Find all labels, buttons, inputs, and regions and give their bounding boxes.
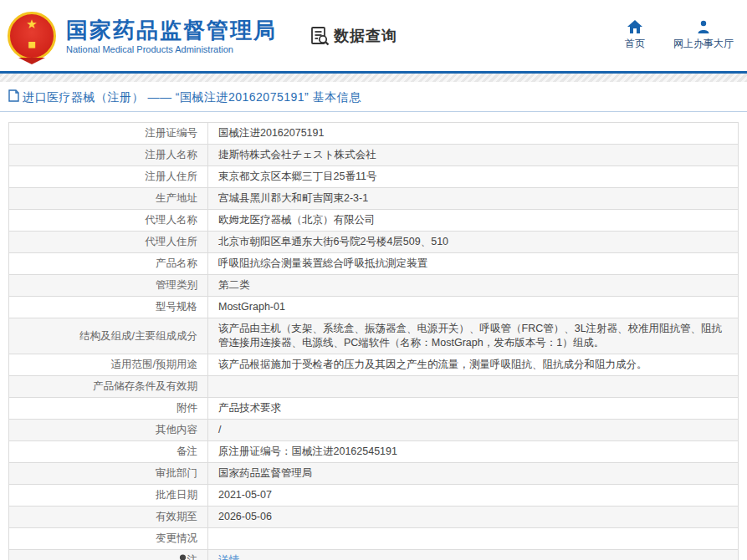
- row-label: 管理类别: [9, 275, 208, 297]
- data-query-section[interactable]: 数据查询: [309, 25, 397, 47]
- row-label: 备注: [9, 441, 208, 463]
- row-label: 审批部门: [9, 463, 208, 485]
- home-icon: [627, 20, 642, 33]
- site-title: 国家药品监督管理局 National Medical Products Admi…: [66, 18, 277, 54]
- row-label: 附件: [9, 398, 208, 420]
- row-value: 国械注进20162075191: [208, 123, 739, 145]
- row-label: 注: [9, 550, 208, 560]
- site-title-cn: 国家药品监督管理局: [66, 18, 277, 43]
- row-value: [208, 376, 739, 398]
- emblem-gate-icon: ▅: [20, 38, 43, 49]
- table-row: 结构及组成/主要组成成分该产品由主机（支架、系统盒、振荡器盒、电源开关）、呼吸管…: [9, 318, 739, 354]
- site-title-en: National Medical Products Administration: [66, 44, 277, 54]
- header-nav: 首页 网上办事大厅: [625, 20, 734, 51]
- row-label: 注册证编号: [9, 123, 208, 145]
- table-row: 生产地址宫城县黑川郡大和町吉岡東2-3-1: [9, 188, 739, 210]
- table-row: 注册证编号国械注进20162075191: [9, 123, 739, 145]
- row-label: 代理人名称: [9, 210, 208, 232]
- breadcrumb: 进口医疗器械（注册） —— “国械注进20162075191” 基本信息: [0, 82, 747, 112]
- nav-home[interactable]: 首页: [625, 20, 645, 51]
- nmpa-emblem-logo: ★ ▅: [8, 12, 56, 60]
- row-label: 型号规格: [9, 297, 208, 318]
- row-value: 原注册证编号：国械注进20162545191: [208, 441, 739, 463]
- row-label: 有效期至: [9, 507, 208, 528]
- row-value: MostGraph-01: [208, 297, 739, 318]
- hatch-band: [0, 74, 747, 82]
- row-label: 注册人住所: [9, 166, 208, 188]
- emblem-stars-icon: ★: [10, 18, 54, 30]
- table-row: 管理类别第二类: [9, 275, 739, 297]
- document-icon: [8, 89, 23, 105]
- data-search-icon: [309, 25, 330, 47]
- detail-link[interactable]: 详情: [218, 554, 239, 560]
- registration-info-table: 注册证编号国械注进20162075191注册人名称捷斯特株式会社チェスト株式会社…: [8, 122, 739, 560]
- row-value: 国家药品监督管理局: [208, 463, 739, 485]
- data-query-label: 数据查询: [334, 26, 397, 46]
- row-value: 北京市朝阳区阜通东大街6号院2号楼4层509、510: [208, 232, 739, 253]
- row-value: 2026-05-06: [208, 507, 739, 528]
- table-row: 批准日期2021-05-07: [9, 485, 739, 507]
- table-row: 其他内容/: [9, 420, 739, 441]
- row-label: 结构及组成/主要组成成分: [9, 318, 208, 354]
- table-row: 产品储存条件及有效期: [9, 376, 739, 398]
- table-row: 代理人名称欧姆龙医疗器械（北京）有限公司: [9, 210, 739, 232]
- table-row: 附件产品技术要求: [9, 398, 739, 420]
- row-value: 欧姆龙医疗器械（北京）有限公司: [208, 210, 739, 232]
- table-row: 产品名称呼吸阻抗综合测量装置総合呼吸抵抗測定装置: [9, 253, 739, 275]
- row-label: 代理人住所: [9, 232, 208, 253]
- row-value: 東京都文京区本郷三丁目25番11号: [208, 166, 739, 188]
- row-value: [208, 528, 739, 550]
- row-label: 注册人名称: [9, 145, 208, 166]
- table-row: 注册人住所東京都文京区本郷三丁目25番11号: [9, 166, 739, 188]
- row-value: 捷斯特株式会社チェスト株式会社: [208, 145, 739, 166]
- nav-service-hall-label: 网上办事大厅: [673, 37, 734, 51]
- table-row: 备注原注册证编号：国械注进20162545191: [9, 441, 739, 463]
- row-value: 2021-05-07: [208, 485, 739, 507]
- table-row: 适用范围/预期用途该产品根据施加于受检者的压力及其因之产生的流量，测量呼吸阻抗、…: [9, 354, 739, 376]
- table-row: 代理人住所北京市朝阳区阜通东大街6号院2号楼4层509、510: [9, 232, 739, 253]
- page-title: 进口医疗器械（注册） —— “国械注进20162075191” 基本信息: [23, 90, 361, 105]
- table-row: 注册人名称捷斯特株式会社チェスト株式会社: [9, 145, 739, 166]
- row-value: 详情: [208, 550, 739, 560]
- table-row: 有效期至2026-05-06: [9, 507, 739, 528]
- row-value: 呼吸阻抗综合测量装置総合呼吸抵抗測定装置: [208, 253, 739, 275]
- nav-service-hall[interactable]: 网上办事大厅: [673, 20, 734, 51]
- row-value: /: [208, 420, 739, 441]
- nav-home-label: 首页: [625, 37, 645, 51]
- row-value: 产品技术要求: [208, 398, 739, 420]
- row-label: 其他内容: [9, 420, 208, 441]
- table-row: 审批部门国家药品监督管理局: [9, 463, 739, 485]
- row-label: 生产地址: [9, 188, 208, 210]
- row-label: 变更情况: [9, 528, 208, 550]
- person-icon: [697, 20, 710, 33]
- pin-icon: [179, 554, 187, 560]
- table-row: 变更情况: [9, 528, 739, 550]
- table-row: 型号规格MostGraph-01: [9, 297, 739, 318]
- row-label: 产品名称: [9, 253, 208, 275]
- row-value: 第二类: [208, 275, 739, 297]
- row-label: 产品储存条件及有效期: [9, 376, 208, 398]
- row-value: 该产品根据施加于受检者的压力及其因之产生的流量，测量呼吸阻抗、阻抗成分和阻力成分…: [208, 354, 739, 376]
- row-label: 适用范围/预期用途: [9, 354, 208, 376]
- row-value: 该产品由主机（支架、系统盒、振荡器盒、电源开关）、呼吸管（FRC管）、3L注射器…: [208, 318, 739, 354]
- table-row: 注详情: [9, 550, 739, 560]
- row-value: 宫城县黑川郡大和町吉岡東2-3-1: [208, 188, 739, 210]
- row-label: 批准日期: [9, 485, 208, 507]
- info-table-body: 注册证编号国械注进20162075191注册人名称捷斯特株式会社チェスト株式会社…: [9, 123, 739, 560]
- page-header: ★ ▅ 国家药品监督管理局 National Medical Products …: [0, 0, 747, 71]
